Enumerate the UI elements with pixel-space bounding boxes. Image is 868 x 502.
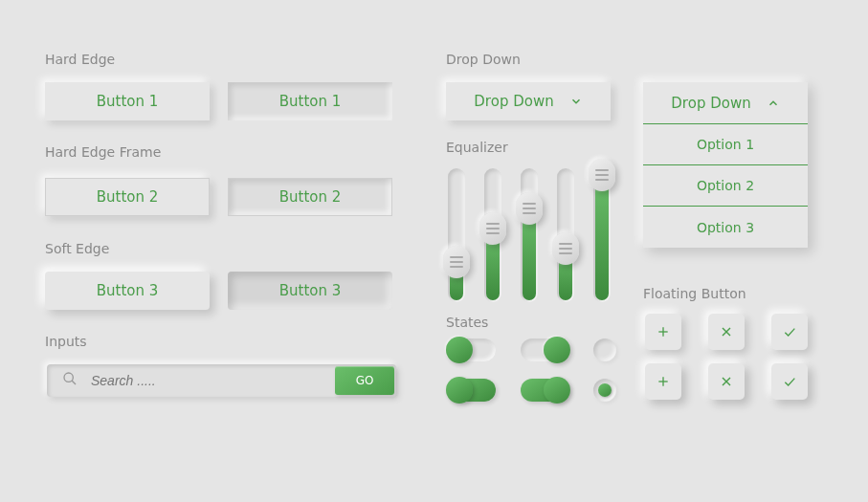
chevron-down-icon [569, 95, 583, 108]
section-dropdown-label: Drop Down [446, 52, 521, 67]
states-grid [448, 338, 616, 402]
button-label: Button 1 [279, 93, 342, 110]
radio-button[interactable] [593, 379, 616, 402]
hard-frame-button-pressed[interactable]: Button 2 [228, 178, 392, 216]
toggle-knob [544, 337, 570, 363]
soft-edge-button-pressed[interactable]: Button 3 [228, 272, 392, 310]
equalizer-thumb[interactable] [552, 232, 579, 265]
equalizer-fill [595, 173, 609, 300]
svg-point-0 [64, 373, 73, 382]
toggle-switch[interactable] [521, 338, 568, 361]
dropdown-open-header[interactable]: Drop Down [643, 82, 808, 124]
equalizer-thumb[interactable] [589, 159, 615, 191]
fab-close[interactable] [708, 363, 745, 400]
close-icon [719, 374, 734, 389]
equalizer-group [448, 168, 611, 302]
check-icon [782, 374, 797, 389]
toggle-knob [446, 337, 473, 363]
dropdown-label: Drop Down [671, 95, 750, 112]
section-hard-edge-frame-label: Hard Edge Frame [45, 144, 161, 160]
button-label: Button 3 [97, 282, 159, 299]
hard-edge-button[interactable]: Button 1 [45, 82, 210, 120]
toggle-switch-solid[interactable] [521, 379, 568, 402]
button-label: Button 1 [97, 93, 159, 110]
fab-plus[interactable] [645, 363, 681, 400]
dropdown-option[interactable]: Option 1 [643, 124, 808, 165]
equalizer-thumb[interactable] [443, 246, 470, 278]
radio-button[interactable] [593, 338, 616, 361]
section-equalizer-label: Equalizer [446, 140, 508, 155]
svg-line-1 [72, 381, 76, 384]
check-icon [782, 324, 797, 339]
equalizer-slider[interactable] [593, 168, 611, 302]
floating-button-grid [645, 314, 808, 400]
equalizer-slider[interactable] [557, 168, 574, 302]
dropdown-closed[interactable]: Drop Down [446, 82, 611, 120]
equalizer-thumb[interactable] [516, 192, 543, 225]
equalizer-slider[interactable] [521, 168, 538, 302]
hard-edge-button-pressed[interactable]: Button 1 [228, 82, 392, 120]
go-button[interactable]: GO [335, 366, 394, 395]
option-label: Option 1 [697, 137, 754, 152]
chevron-up-icon [767, 97, 780, 110]
hard-frame-button[interactable]: Button 2 [45, 178, 210, 216]
button-label: Button 2 [97, 188, 159, 206]
button-label: GO [356, 374, 374, 387]
fab-close[interactable] [708, 314, 745, 350]
radio-dot [598, 383, 612, 397]
search-input[interactable] [89, 372, 335, 389]
option-label: Option 2 [697, 178, 754, 193]
dropdown-option[interactable]: Option 3 [643, 207, 808, 248]
toggle-switch-solid[interactable] [448, 379, 496, 402]
equalizer-thumb[interactable] [479, 212, 506, 245]
search-icon [62, 371, 78, 390]
equalizer-slider[interactable] [484, 168, 501, 302]
search-field-wrap: GO [47, 364, 396, 397]
button-label: Button 3 [279, 282, 342, 299]
button-label: Button 2 [279, 188, 342, 206]
toggle-switch[interactable] [448, 338, 496, 361]
toggle-knob [446, 377, 473, 404]
dropdown-open: Drop Down Option 1 Option 2 Option 3 [643, 82, 808, 248]
equalizer-slider[interactable] [448, 168, 465, 302]
plus-icon [656, 374, 671, 389]
fab-plus[interactable] [645, 314, 681, 350]
section-floating-button-label: Floating Button [643, 286, 746, 301]
section-states-label: States [446, 315, 488, 330]
plus-icon [656, 324, 671, 339]
section-soft-edge-label: Soft Edge [45, 241, 109, 256]
soft-edge-button[interactable]: Button 3 [45, 272, 210, 310]
option-label: Option 3 [697, 220, 754, 235]
close-icon [719, 324, 734, 339]
section-hard-edge-label: Hard Edge [45, 52, 115, 67]
fab-check[interactable] [771, 314, 808, 350]
toggle-knob [544, 377, 570, 404]
dropdown-label: Drop Down [474, 93, 553, 110]
fab-check[interactable] [771, 363, 808, 400]
dropdown-option[interactable]: Option 2 [643, 165, 808, 207]
section-inputs-label: Inputs [45, 334, 87, 349]
